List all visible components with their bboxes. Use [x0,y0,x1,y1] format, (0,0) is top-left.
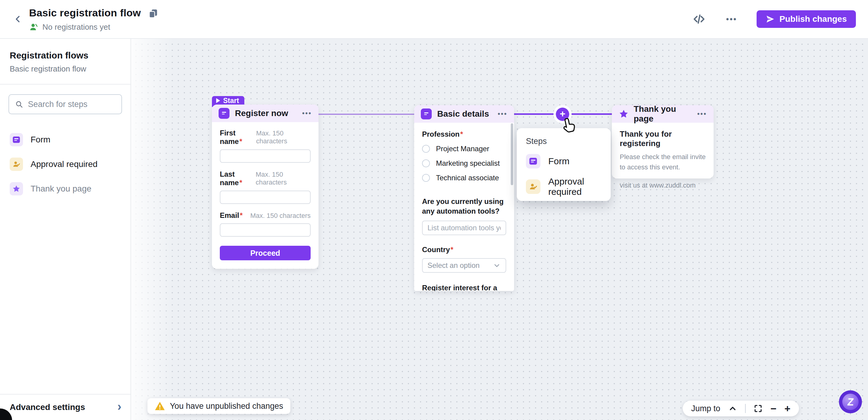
play-icon [216,98,220,103]
field-hint: Max. 150 characters [255,171,311,186]
steps-popup: Steps Form Approval required [517,128,611,201]
required-asterisk: * [451,246,453,254]
popup-item-approval[interactable]: Approval required [526,176,601,197]
sidebar-item-thank-you[interactable]: Thank you page [10,182,121,195]
hand-cursor [562,116,577,134]
form-icon [421,109,432,119]
search-steps-input[interactable] [28,100,115,109]
card-menu-button[interactable]: ••• [498,110,507,118]
field-last-name: Last name* Max. 150 characters [220,170,311,204]
toolbar-divider [745,404,746,413]
approval-icon [526,179,540,194]
node-thank-you-page[interactable]: Thank you page ••• Thank you for registe… [612,105,714,178]
radio-icon[interactable] [422,159,430,167]
country-select[interactable]: Select an option [422,258,506,273]
demo-label: Register interest for a 1:1 demo [422,283,506,291]
node-basic-details[interactable]: Basic details ••• Profession* Project Ma… [414,105,514,291]
back-button[interactable] [11,12,25,26]
radio-label: Technical associate [436,174,499,182]
popup-item-label: Approval required [548,176,601,197]
sidebar-item-label: Approval required [31,159,97,169]
node-register-now[interactable]: Start Register now ••• First name* Max. … [212,105,318,269]
connector-register-basic [318,114,414,115]
country-select-placeholder: Select an option [428,261,479,270]
search-icon [15,100,23,109]
advanced-settings-button[interactable]: Advanced settings › [0,394,130,420]
toast-message: You have unpublished changes [170,401,283,411]
field-hint: Max. 150 characters [250,212,311,220]
card-scrollbar[interactable] [511,123,513,185]
chevron-right-icon: › [118,400,121,413]
send-icon [766,15,775,24]
popup-item-form[interactable]: Form [526,154,601,168]
field-label: First name [220,129,239,145]
duplicate-icon[interactable] [148,7,159,19]
proceed-button[interactable]: Proceed [220,246,311,260]
zuddl-logo-letter: Z [847,396,855,408]
plus-icon: + [784,403,790,414]
country-label: Country [422,246,450,254]
publish-changes-label: Publish changes [780,14,847,24]
sidebar-subheading: Basic registration flow [10,64,121,74]
registrations-icon [29,22,39,32]
sidebar-step-list: Form Approval required Thank you page [10,133,121,195]
card-header: Register now ••• [212,105,318,122]
jump-to-label: Jump to [691,404,720,413]
required-asterisk: * [460,130,463,138]
fit-view-button[interactable] [753,404,763,413]
publish-changes-button[interactable]: Publish changes [756,10,856,28]
top-header: Basic registration flow No registrations… [0,0,868,39]
jump-to-expand-button[interactable] [728,404,737,413]
sidebar-item-approval[interactable]: Approval required [10,158,121,171]
thank-you-heading: Thank you for registering [620,130,706,148]
form-icon [219,108,229,119]
card-menu-button[interactable]: ••• [302,109,312,117]
automation-tools-input[interactable] [422,221,506,235]
flow-canvas[interactable]: + Start Register now ••• First name* Max… [131,39,868,420]
field-label: Email [220,211,239,219]
automation-question: Are you currently using any automation t… [422,197,506,216]
code-icon [693,13,706,25]
radio-option[interactable]: Marketing specialist [422,159,506,168]
search-steps-box[interactable] [8,94,122,114]
radio-option[interactable]: Project Manager [422,144,506,153]
thank-you-footer: visit us at www.zuddl.com [620,181,706,189]
required-asterisk: * [240,211,243,219]
more-options-button[interactable]: ••• [724,11,740,27]
sidebar-heading: Registration flows [10,50,121,61]
card-title: Basic details [437,109,492,119]
radio-label: Project Manager [436,144,489,153]
card-header: Thank you page ••• [612,105,714,123]
sidebar-item-form[interactable]: Form [10,133,121,146]
zuddl-widget-button[interactable]: Z [839,390,862,413]
approval-icon [10,158,23,171]
field-label: Last name [220,170,239,187]
chevron-down-icon [493,261,501,270]
steps-sidebar: Registration flows Basic registration fl… [0,39,131,420]
card-menu-button[interactable]: ••• [697,110,707,118]
zoom-out-button[interactable]: − [771,403,777,414]
canvas-toolbar: Jump to − + [683,401,799,416]
star-icon [619,109,629,119]
card-title: Register now [235,109,297,118]
first-name-input[interactable] [220,149,311,163]
form-icon [526,154,540,168]
registrations-status: No registrations yet [42,22,110,32]
star-icon [10,182,23,195]
popup-item-label: Form [548,156,569,166]
advanced-settings-label: Advanced settings [10,402,85,412]
back-chevron-icon [13,15,22,24]
chevron-up-icon [728,404,737,413]
field-first-name: First name* Max. 150 characters [220,129,311,163]
radio-option[interactable]: Technical associate [422,174,506,182]
card-title: Thank you page [634,104,692,123]
steps-popup-heading: Steps [526,137,601,146]
email-input[interactable] [220,223,311,237]
last-name-input[interactable] [220,191,311,204]
start-badge-label: Start [223,97,239,105]
form-icon [10,133,23,146]
radio-icon[interactable] [422,145,430,153]
zoom-in-button[interactable]: + [784,403,790,414]
radio-icon[interactable] [422,174,430,182]
embed-code-button[interactable] [691,11,707,27]
